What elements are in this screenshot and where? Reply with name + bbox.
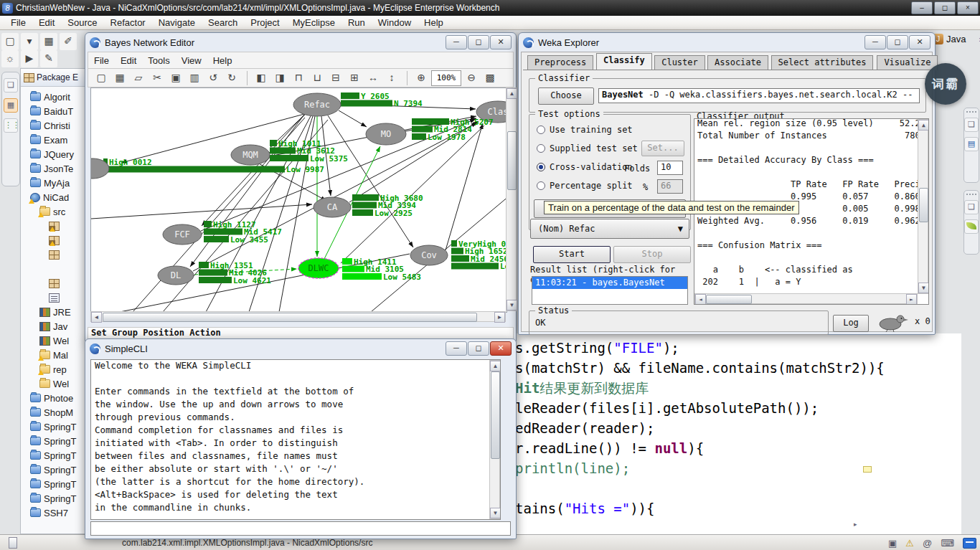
restore-view-icon[interactable]: ❏	[964, 200, 979, 214]
minimize-button[interactable]: ─	[446, 35, 467, 49]
new-document-icon[interactable]: ▢	[93, 70, 110, 87]
percentage-split-option[interactable]: Percentage split	[537, 181, 633, 191]
package-explorer-view-icon[interactable]: ▦	[4, 98, 18, 113]
close-button[interactable]: ✕	[490, 35, 512, 49]
scroll-down-icon[interactable]: ▼	[507, 300, 517, 310]
minimize-button[interactable]: ─	[864, 35, 886, 49]
classifier-command[interactable]: BayesNet -D -Q weka.classifiers.bayes.ne…	[598, 88, 920, 103]
bayes-menu-edit[interactable]: Edit	[115, 55, 142, 66]
menu-source[interactable]: Source	[61, 17, 103, 28]
set-button[interactable]: Set...	[641, 141, 684, 156]
cli-vscroll-thumb[interactable]	[491, 371, 500, 459]
tree-item[interactable]	[21, 247, 87, 262]
menu-navigate[interactable]: Navigate	[152, 17, 202, 28]
undo-icon[interactable]: ↺	[204, 70, 222, 87]
tree-item[interactable]	[21, 219, 87, 233]
remote-console-icon[interactable]	[963, 538, 976, 549]
menu-myeclipse[interactable]: MyEclipse	[286, 17, 341, 28]
percent-field[interactable]: 66	[657, 179, 683, 194]
zoom-out-icon[interactable]: ⊖	[463, 70, 480, 87]
tree-item[interactable]	[21, 262, 87, 276]
space-horizontal-icon[interactable]: ↔	[364, 70, 382, 87]
zoom-level-field[interactable]: 100%	[431, 70, 461, 86]
editor-scroll-right-icon[interactable]: ▸	[854, 518, 864, 528]
eclipse-toolbar-icon-0[interactable]: ▢	[1, 33, 19, 50]
center-vertical-icon[interactable]: ⊞	[346, 70, 363, 87]
bayes-menu-tools[interactable]: Tools	[142, 55, 175, 66]
tab-visualize[interactable]: Visualize	[877, 55, 938, 70]
tab-classify[interactable]: Classify	[596, 53, 652, 70]
tree-item-christi[interactable]: Christi	[21, 118, 87, 133]
tree-item-nicad[interactable]: NiCad	[21, 190, 87, 204]
restore-tray-icon[interactable]: ▣	[888, 538, 897, 549]
tree-item-exam[interactable]: Exam	[21, 133, 87, 147]
tree-item-jquery[interactable]: JQuery	[21, 147, 87, 161]
weka-window-titlebar[interactable]: Weka Explorer ─ ◻ ✕	[519, 33, 935, 52]
maximize-button[interactable]: ◻	[887, 35, 908, 49]
tree-item-rep[interactable]: rep	[21, 362, 87, 376]
menu-file[interactable]: File	[4, 17, 32, 28]
save-icon[interactable]: ▦	[111, 70, 128, 87]
canvas-vscrollbar[interactable]: ▲ ▼	[506, 87, 517, 311]
mail-at-icon[interactable]: @	[923, 538, 932, 549]
paste-icon[interactable]: ▥	[186, 70, 203, 87]
align-right-icon[interactable]: ◨	[271, 70, 288, 87]
tree-item-springt[interactable]: SpringT	[21, 448, 87, 463]
tree-item-mal[interactable]: Mal	[21, 348, 87, 362]
tree-item-wel[interactable]: Wel	[21, 376, 87, 391]
scroll-left-icon[interactable]: ◄	[91, 312, 102, 323]
maximize-button[interactable]: ◻	[468, 35, 489, 49]
tree-item-baidut[interactable]: BaiduT	[21, 104, 87, 118]
folds-field[interactable]: 10	[657, 161, 683, 175]
stop-button[interactable]: Stop	[613, 246, 691, 263]
package-explorer-tab[interactable]: Package E	[21, 69, 87, 87]
restore-view-icon[interactable]: ❏	[964, 118, 979, 132]
menu-search[interactable]: Search	[202, 17, 244, 28]
eclipse-toolbar-icon-b0[interactable]: ☼	[1, 50, 19, 67]
class-attribute-dropdown[interactable]: (Nom) Refac ▼	[530, 219, 689, 239]
tree-item-springt[interactable]: SpringT	[21, 434, 87, 448]
bayes-menu-view[interactable]: View	[176, 55, 207, 66]
tree-item[interactable]	[21, 290, 87, 305]
java-perspective-button[interactable]: Java	[946, 34, 966, 44]
tree-item[interactable]	[21, 276, 87, 290]
tab-associate[interactable]: Associate	[707, 55, 768, 70]
bayes-menu-help[interactable]: Help	[207, 55, 238, 66]
minimize-button[interactable]: –	[911, 1, 933, 14]
use-training-set-option[interactable]: Use training set	[537, 125, 633, 135]
cross-validation-option[interactable]: Cross-validation	[537, 162, 633, 172]
tree-item-jre[interactable]: JRE	[21, 305, 87, 319]
menu-edit[interactable]: Edit	[32, 17, 61, 28]
eclipse-toolbar-icon-b1[interactable]: ▶	[21, 50, 38, 67]
tab-preprocess[interactable]: Preprocess	[527, 55, 593, 70]
start-button[interactable]: Start	[533, 246, 611, 263]
tree-item-springt[interactable]: SpringT	[21, 491, 87, 506]
hscroll-thumb[interactable]	[103, 313, 477, 322]
result-list-item[interactable]: 11:03:21 - bayes.BayesNet	[532, 277, 687, 289]
bayes-menu-file[interactable]: File	[88, 55, 115, 66]
scroll-up-icon[interactable]: ▲	[918, 120, 929, 131]
eclipse-toolbar-icon-3[interactable]: ✐	[60, 33, 77, 50]
copy-icon[interactable]: ▣	[167, 70, 184, 87]
tree-item-myaja[interactable]: MyAja	[21, 176, 87, 190]
iciba-floating-widget[interactable]: 词霸	[925, 63, 966, 105]
vscroll-thumb[interactable]	[507, 131, 517, 190]
scroll-right-icon[interactable]: ►	[494, 312, 505, 323]
snippets-leaf-icon[interactable]	[964, 219, 979, 234]
align-left-icon[interactable]: ◧	[253, 70, 270, 87]
menu-refactor[interactable]: Refactor	[104, 17, 152, 28]
align-bottom-icon[interactable]: ⊔	[308, 70, 326, 87]
scroll-down-icon[interactable]: ▼	[918, 283, 929, 293]
tree-item-ssh7[interactable]: SSH7	[21, 506, 87, 520]
tree-item[interactable]	[21, 233, 87, 247]
output-vscrollbar[interactable]: ▲ ▼	[918, 119, 928, 294]
redo-icon[interactable]: ↻	[223, 70, 240, 87]
eclipse-toolbar-icon-b2[interactable]: ✎	[40, 50, 57, 67]
tree-item-jav[interactable]: Jav	[21, 319, 87, 333]
output-vscroll-thumb[interactable]	[919, 188, 928, 222]
close-button[interactable]: ×	[957, 1, 979, 14]
radio-icon[interactable]	[537, 181, 545, 190]
supplied-test-set-option[interactable]: Supplied test set	[537, 143, 638, 153]
scroll-right-icon[interactable]: ►	[906, 294, 917, 305]
layout-graph-icon[interactable]: ▩	[481, 70, 499, 87]
